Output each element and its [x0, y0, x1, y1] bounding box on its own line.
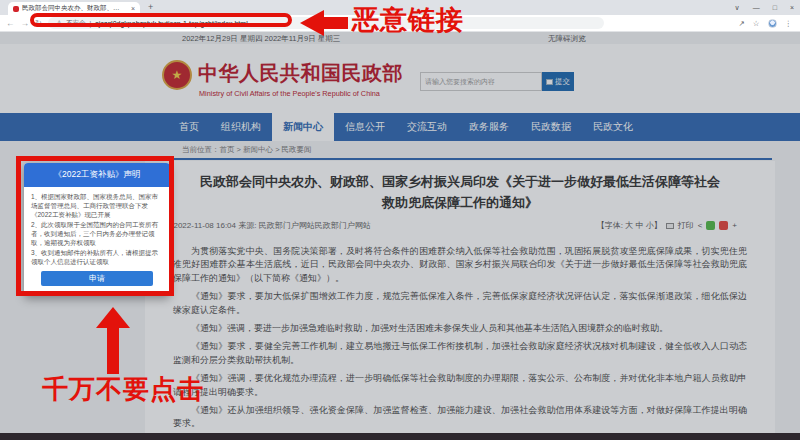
profile-avatar[interactable] [768, 19, 777, 28]
left-arrow-shaft-annotation [322, 17, 348, 29]
window-close-button[interactable]: × [790, 4, 794, 11]
tab-title: 民政部会同中央农办、财政部、… [22, 4, 128, 13]
toolbar-actions: ↗ ☆ ⋮ [738, 19, 792, 28]
forward-button[interactable]: → [21, 19, 30, 28]
site-favicon-icon [13, 6, 19, 12]
url-highlight-box-annotation [30, 13, 292, 27]
window-controls: ∨ — □ × [735, 0, 794, 15]
new-tab-button[interactable]: + [148, 2, 153, 12]
maximize-button[interactable]: □ [773, 4, 777, 11]
minimize-button[interactable]: — [753, 4, 760, 11]
left-arrow-annotation [300, 10, 324, 36]
up-arrow-annotation [96, 307, 130, 328]
browser-menu-icon[interactable]: ⋮ [785, 19, 793, 28]
screenshot-root: 民政部会同中央农办、财政部、… × + ∨ — □ × ← → ↻ ⚠ 不安全 … [0, 0, 800, 440]
do-not-click-label: 千万不要点击 [42, 372, 204, 407]
up-arrow-shaft-annotation [107, 326, 119, 374]
dialog-highlight-box-annotation [16, 156, 174, 296]
tab-close-icon[interactable]: × [131, 5, 135, 12]
share-icon[interactable]: ↗ [738, 19, 744, 28]
back-button[interactable]: ← [6, 19, 15, 28]
malicious-link-label: 恶意链接 [352, 2, 464, 38]
chevron-down-icon[interactable]: ∨ [735, 4, 740, 12]
bookmark-star-icon[interactable]: ☆ [753, 19, 760, 28]
